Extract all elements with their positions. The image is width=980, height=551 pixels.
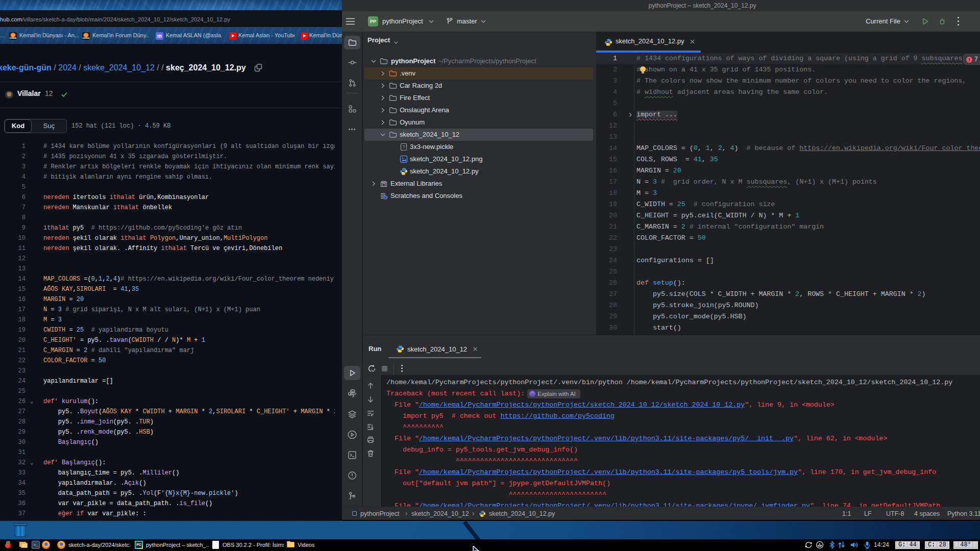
svg-text:?: ? (402, 144, 405, 149)
